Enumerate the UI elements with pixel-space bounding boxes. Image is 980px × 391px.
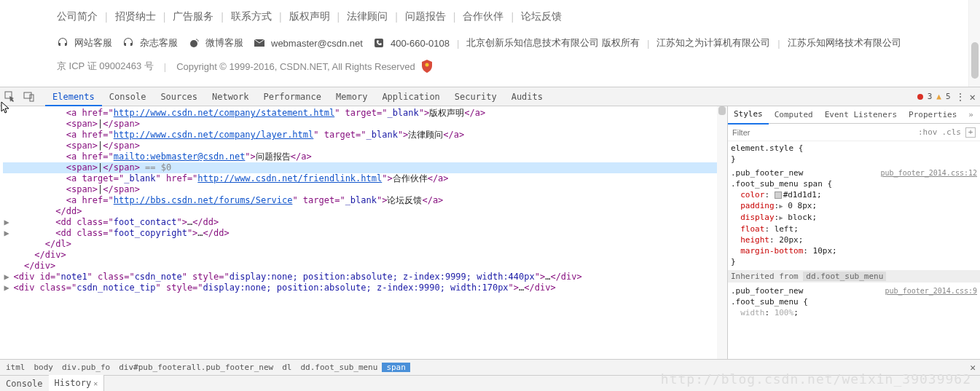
styles-panel: Styles Computed Event Listeners Properti… — [728, 106, 980, 359]
page-scrollbar[interactable] — [968, 0, 980, 87]
device-toolbar-icon[interactable] — [23, 91, 35, 103]
footer-link[interactable]: 招贤纳士 — [115, 10, 156, 23]
close-tab-icon[interactable]: ✕ — [93, 379, 98, 387]
expand-triangle-icon[interactable]: ▶ — [779, 214, 783, 221]
dom-node[interactable]: <span>|</span> — [3, 141, 727, 151]
dom-node[interactable]: <a href="mailto:webmaster@csdn.net">问题报告… — [3, 151, 727, 162]
styles-rules[interactable]: element.style {} pub_footer_2014.css:12 … — [728, 141, 980, 359]
warning-count: 5 — [946, 92, 951, 101]
tab-elements[interactable]: Elements — [45, 87, 102, 106]
styles-filter-input[interactable] — [732, 128, 914, 137]
dom-node[interactable]: ▶ <dd class="foot_copyright">…</dd> — [3, 228, 727, 239]
hov-toggle[interactable]: :hov — [918, 127, 938, 137]
dom-node[interactable]: ▶ <div id="note1" class="csdn_note" styl… — [3, 272, 727, 283]
footer-link[interactable]: 联系方式 — [231, 10, 272, 23]
contact-link[interactable]: 杂志客服 — [140, 36, 178, 50]
tab-network[interactable]: Network — [205, 87, 256, 106]
warning-indicator-icon[interactable]: ▲ — [936, 92, 941, 101]
more-tabs-icon[interactable]: » — [963, 106, 979, 124]
separator: | — [457, 38, 459, 49]
dom-node[interactable]: <a target="_blank" href="http://www.csdn… — [3, 173, 727, 184]
footer-link[interactable]: 公司简介 — [57, 10, 98, 23]
footer-link[interactable]: 广告服务 — [173, 10, 213, 23]
footer-link[interactable]: 问题报告 — [405, 10, 446, 23]
inspect-element-icon[interactable] — [4, 91, 16, 103]
drawer-tab-console[interactable]: Console — [0, 376, 49, 392]
tab-console[interactable]: Console — [102, 87, 154, 106]
tab-event-listeners[interactable]: Event Listeners — [819, 106, 903, 124]
styles-tabs: Styles Computed Event Listeners Properti… — [728, 106, 980, 124]
headset-icon — [57, 37, 68, 49]
tab-performance[interactable]: Performance — [256, 87, 329, 106]
police-shield-icon — [421, 60, 433, 73]
tab-security[interactable]: Security — [447, 87, 504, 106]
contact-link[interactable]: 微博客服 — [205, 36, 243, 50]
company-text: 北京创新乐知信息技术有限公司 版权所有 — [466, 36, 640, 50]
css-rule[interactable]: element.style {} — [731, 143, 977, 165]
dom-node[interactable]: </dd> — [3, 206, 727, 217]
separator: | — [279, 11, 282, 23]
inherited-selector-chip[interactable]: dd.foot_sub_menu — [803, 272, 886, 281]
dom-node[interactable]: </dl> — [3, 239, 727, 250]
breadcrumb-item[interactable]: body — [30, 363, 58, 372]
separator: | — [221, 11, 224, 23]
contact-email[interactable]: webmaster@csdn.net — [271, 38, 363, 49]
dom-scrollbar[interactable] — [717, 106, 727, 359]
svg-rect-2 — [375, 39, 383, 47]
footer-link[interactable]: 合作伙伴 — [463, 10, 503, 23]
breadcrumb-item-selected[interactable]: span — [382, 363, 410, 372]
expand-triangle-icon[interactable]: ▶ — [779, 202, 783, 210]
dom-node[interactable]: <a href="http://www.csdn.net/company/sta… — [3, 108, 727, 119]
svg-point-0 — [190, 40, 197, 47]
breadcrumb-item[interactable]: dd.foot_sub_menu — [296, 363, 382, 372]
more-menu-icon[interactable]: ⋮ — [955, 91, 965, 103]
dom-node[interactable]: <span>|</span> — [3, 184, 727, 195]
company-text: 江苏知之为计算机有限公司 — [656, 36, 770, 50]
footer-link[interactable]: 版权声明 — [289, 10, 330, 23]
rule-source-link[interactable]: pub_footer_2014.css:9 — [885, 285, 977, 296]
breadcrumb-item[interactable]: itml — [1, 363, 30, 372]
css-rule[interactable]: pub_footer_2014.css:9 .pub_footer_new .f… — [731, 285, 977, 318]
cls-toggle[interactable]: .cls — [942, 127, 962, 137]
error-indicator-icon[interactable] — [917, 94, 923, 100]
elements-breadcrumb: itml body div.pub_fo div#pub_footerall.p… — [0, 359, 980, 375]
tab-sources[interactable]: Sources — [153, 87, 205, 106]
close-icon[interactable]: ✕ — [970, 362, 976, 373]
chrome-devtools: Elements Console Sources Network Perform… — [0, 87, 980, 391]
close-devtools-icon[interactable]: ✕ — [970, 91, 976, 103]
tab-audits[interactable]: Audits — [504, 87, 550, 106]
dom-node[interactable]: </div> — [3, 261, 727, 272]
dom-node[interactable]: ▶ <dd class="foot_contact">…</dd> — [3, 217, 727, 228]
phone-icon — [373, 37, 385, 49]
breadcrumb-item[interactable]: div#pub_footerall.pub_footer_new — [114, 363, 278, 372]
dom-node[interactable]: </div> — [3, 250, 727, 261]
tab-computed[interactable]: Computed — [769, 106, 819, 124]
tab-application[interactable]: Application — [375, 87, 447, 106]
footer-link[interactable]: 论坛反馈 — [521, 10, 562, 23]
dom-node[interactable]: <span>|</span> — [3, 119, 727, 130]
footer-link[interactable]: 法律顾问 — [347, 10, 388, 23]
devtools-tabs: Elements Console Sources Network Perform… — [45, 87, 550, 106]
breadcrumb-item[interactable]: dl — [278, 363, 296, 372]
tab-memory[interactable]: Memory — [329, 87, 375, 106]
dom-node[interactable]: <a href="http://www.csdn.net/company/lay… — [3, 130, 727, 141]
breadcrumb-item[interactable]: div.pub_fo — [58, 363, 114, 372]
envelope-icon — [254, 37, 265, 49]
tab-properties[interactable]: Properties — [903, 106, 963, 124]
weibo-icon — [188, 37, 200, 49]
elements-dom-panel[interactable]: <a href="http://www.csdn.net/company/sta… — [0, 106, 728, 359]
css-rule[interactable]: pub_footer_2014.css:12 .pub_footer_new .… — [731, 167, 977, 267]
color-swatch-icon[interactable] — [775, 191, 782, 199]
tab-styles[interactable]: Styles — [728, 106, 769, 125]
drawer-tab-history[interactable]: History✕ — [49, 375, 105, 391]
contact-link[interactable]: 网站客服 — [74, 36, 112, 50]
dom-node[interactable]: <a href="http://bbs.csdn.net/forums/Serv… — [3, 195, 727, 206]
contact-phone: 400-660-0108 — [391, 38, 450, 49]
webpage-footer-area: 公司简介| 招贤纳士| 广告服务| 联系方式| 版权声明| 法律顾问| 问题报告… — [0, 0, 980, 87]
dom-node-selected[interactable]: <span>|</span> == $0 — [3, 162, 727, 173]
dom-node[interactable]: ▶ <div class="csdn_notice_tip" style="di… — [3, 283, 727, 293]
rule-source-link[interactable]: pub_footer_2014.css:12 — [881, 167, 977, 178]
separator: | — [453, 11, 456, 23]
new-rule-button[interactable]: + — [965, 127, 976, 138]
devtools-toolbar: Elements Console Sources Network Perform… — [0, 87, 980, 106]
